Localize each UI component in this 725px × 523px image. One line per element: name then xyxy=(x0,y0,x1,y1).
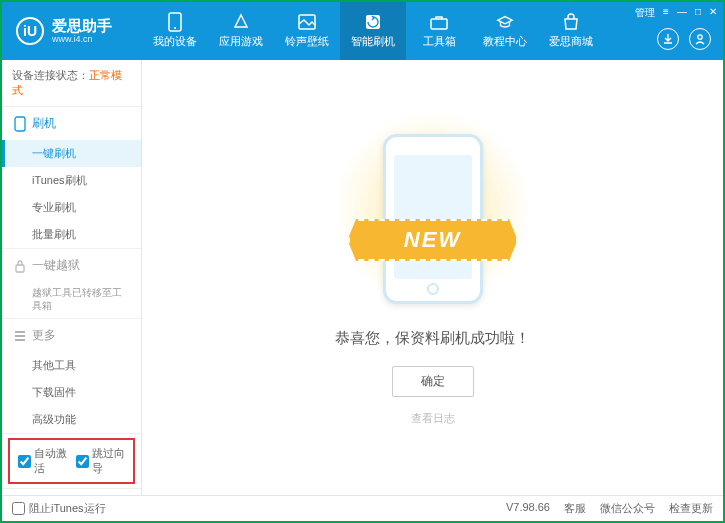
section-label: 刷机 xyxy=(32,115,56,132)
checkbox-skip-guide[interactable]: 跳过向导 xyxy=(76,446,126,476)
tab-my-device[interactable]: 我的设备 xyxy=(142,2,208,60)
checkbox-label: 跳过向导 xyxy=(92,446,126,476)
sidebar-head-more[interactable]: 更多 xyxy=(2,319,141,352)
lock-icon xyxy=(14,259,26,273)
logo-area: iU 爱思助手 www.i4.cn xyxy=(2,17,142,45)
window-controls: 管理 ≡ — □ ✕ xyxy=(635,6,717,20)
sidebar-item-other-tools[interactable]: 其他工具 xyxy=(2,352,141,379)
main-content: NEW 恭喜您，保资料刷机成功啦！ 确定 查看日志 xyxy=(142,60,723,495)
tab-label: 教程中心 xyxy=(483,34,527,49)
user-button[interactable] xyxy=(689,28,711,50)
tab-label: 我的设备 xyxy=(153,34,197,49)
tab-label: 工具箱 xyxy=(423,34,456,49)
sidebar-item-itunes-flash[interactable]: iTunes刷机 xyxy=(2,167,141,194)
jailbreak-note: 越狱工具已转移至工具箱 xyxy=(2,282,141,318)
tab-smart-flash[interactable]: 智能刷机 xyxy=(340,2,406,60)
tab-ringtones[interactable]: 铃声壁纸 xyxy=(274,2,340,60)
sidebar-head-flash[interactable]: 刷机 xyxy=(2,107,141,140)
check-update-link[interactable]: 检查更新 xyxy=(669,501,713,516)
wallpaper-icon xyxy=(298,13,316,31)
sidebar-head-jailbreak[interactable]: 一键越狱 xyxy=(2,249,141,282)
wechat-link[interactable]: 微信公众号 xyxy=(600,501,655,516)
sidebar: 设备连接状态：正常模式 刷机 一键刷机 iTunes刷机 专业刷机 批量刷机 一… xyxy=(2,60,142,495)
phone-icon xyxy=(166,13,184,31)
phone-illustration: NEW xyxy=(363,129,503,309)
footer: 阻止iTunes运行 V7.98.66 客服 微信公众号 检查更新 xyxy=(2,495,723,521)
svg-point-1 xyxy=(174,27,176,29)
toolbox-icon xyxy=(430,13,448,31)
sidebar-item-advanced[interactable]: 高级功能 xyxy=(2,406,141,433)
success-message: 恭喜您，保资料刷机成功啦！ xyxy=(335,329,530,348)
app-header: 管理 ≡ — □ ✕ iU 爱思助手 www.i4.cn 我的设备 应用游戏 xyxy=(2,2,723,60)
tab-label: 爱思商城 xyxy=(549,34,593,49)
checkbox-auto-activate[interactable]: 自动激活 xyxy=(18,446,68,476)
phone-icon xyxy=(14,116,26,132)
svg-rect-4 xyxy=(431,19,447,29)
logo-icon: iU xyxy=(16,17,44,45)
svg-point-5 xyxy=(698,35,702,39)
section-label: 更多 xyxy=(32,327,56,344)
tab-label: 应用游戏 xyxy=(219,34,263,49)
menu-icon xyxy=(14,330,26,342)
sidebar-item-download-firmware[interactable]: 下载固件 xyxy=(2,379,141,406)
tab-store[interactable]: 爱思商城 xyxy=(538,2,604,60)
sidebar-item-oneclick-flash[interactable]: 一键刷机 xyxy=(2,140,141,167)
tab-label: 铃声壁纸 xyxy=(285,34,329,49)
view-log-link[interactable]: 查看日志 xyxy=(411,411,455,426)
app-url: www.i4.cn xyxy=(52,34,112,44)
menu-button[interactable]: ≡ xyxy=(663,6,669,20)
maximize-button[interactable]: □ xyxy=(695,6,701,20)
tutorial-icon xyxy=(496,13,514,31)
tab-label: 智能刷机 xyxy=(351,34,395,49)
download-button[interactable] xyxy=(657,28,679,50)
minimize-button[interactable]: — xyxy=(677,6,687,20)
status-label: 设备连接状态： xyxy=(12,69,89,81)
tab-toolbox[interactable]: 工具箱 xyxy=(406,2,472,60)
flash-icon xyxy=(364,13,382,31)
device-block[interactable]: iPhone 12 mini 64GB Down-12mini-13,1 xyxy=(2,488,141,495)
device-status: 设备连接状态：正常模式 xyxy=(2,60,141,107)
new-ribbon: NEW xyxy=(348,219,518,261)
svg-rect-7 xyxy=(16,265,24,272)
store-icon xyxy=(562,13,580,31)
tab-tutorials[interactable]: 教程中心 xyxy=(472,2,538,60)
ok-button[interactable]: 确定 xyxy=(392,366,474,397)
checkbox-highlight: 自动激活 跳过向导 xyxy=(8,438,135,484)
close-button[interactable]: ✕ xyxy=(709,6,717,20)
skin-button[interactable]: 管理 xyxy=(635,6,655,20)
checkbox-label: 阻止iTunes运行 xyxy=(29,501,106,516)
sidebar-item-pro-flash[interactable]: 专业刷机 xyxy=(2,194,141,221)
block-itunes-checkbox[interactable]: 阻止iTunes运行 xyxy=(12,501,106,516)
svg-rect-6 xyxy=(15,117,25,131)
checkbox-label: 自动激活 xyxy=(34,446,68,476)
apps-icon xyxy=(232,13,250,31)
section-label: 一键越狱 xyxy=(32,257,80,274)
app-name: 爱思助手 xyxy=(52,18,112,35)
version-label: V7.98.66 xyxy=(506,501,550,516)
tab-apps[interactable]: 应用游戏 xyxy=(208,2,274,60)
sidebar-item-batch-flash[interactable]: 批量刷机 xyxy=(2,221,141,248)
service-link[interactable]: 客服 xyxy=(564,501,586,516)
